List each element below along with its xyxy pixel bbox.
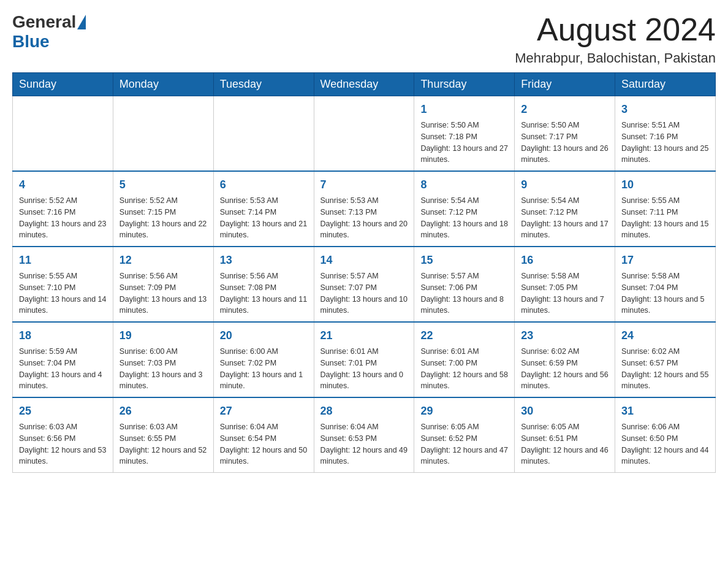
day-number: 21 <box>320 327 408 344</box>
day-info: Sunrise: 6:04 AMSunset: 6:53 PMDaylight:… <box>320 421 408 467</box>
weekday-header-tuesday: Tuesday <box>213 73 314 96</box>
day-info: Sunrise: 6:03 AMSunset: 6:56 PMDaylight:… <box>19 421 107 467</box>
day-info: Sunrise: 6:06 AMSunset: 6:50 PMDaylight:… <box>621 421 709 467</box>
month-title: August 2024 <box>515 12 716 47</box>
weekday-header-saturday: Saturday <box>615 73 716 96</box>
calendar-cell-4-3: 20Sunrise: 6:00 AMSunset: 7:02 PMDayligh… <box>213 322 314 397</box>
logo-triangle-icon <box>77 15 86 29</box>
day-info: Sunrise: 6:04 AMSunset: 6:54 PMDaylight:… <box>220 421 308 467</box>
calendar-cell-2-4: 7Sunrise: 5:53 AMSunset: 7:13 PMDaylight… <box>314 171 414 247</box>
calendar-week-row-4: 18Sunrise: 5:59 AMSunset: 7:04 PMDayligh… <box>13 322 716 397</box>
day-number: 17 <box>621 252 709 269</box>
day-info: Sunrise: 6:00 AMSunset: 7:02 PMDaylight:… <box>220 346 308 392</box>
calendar-week-row-3: 11Sunrise: 5:55 AMSunset: 7:10 PMDayligh… <box>13 247 716 322</box>
logo-blue-text: Blue <box>12 32 50 51</box>
day-info: Sunrise: 5:51 AMSunset: 7:16 PMDaylight:… <box>621 120 709 166</box>
calendar-cell-2-5: 8Sunrise: 5:54 AMSunset: 7:12 PMDaylight… <box>414 171 515 247</box>
day-info: Sunrise: 5:56 AMSunset: 7:09 PMDaylight:… <box>119 270 207 316</box>
day-number: 20 <box>220 327 308 344</box>
day-info: Sunrise: 5:57 AMSunset: 7:07 PMDaylight:… <box>320 270 408 316</box>
calendar-week-row-1: 1Sunrise: 5:50 AMSunset: 7:18 PMDaylight… <box>13 96 716 172</box>
day-number: 28 <box>320 403 408 419</box>
day-info: Sunrise: 5:54 AMSunset: 7:12 PMDaylight:… <box>420 195 508 241</box>
day-number: 10 <box>621 177 709 193</box>
calendar-cell-3-3: 13Sunrise: 5:56 AMSunset: 7:08 PMDayligh… <box>213 247 314 322</box>
calendar-cell-3-1: 11Sunrise: 5:55 AMSunset: 7:10 PMDayligh… <box>13 247 113 322</box>
day-info: Sunrise: 6:03 AMSunset: 6:55 PMDaylight:… <box>119 421 207 467</box>
logo: General <box>12 12 87 32</box>
day-info: Sunrise: 5:57 AMSunset: 7:06 PMDaylight:… <box>420 270 508 316</box>
day-info: Sunrise: 5:59 AMSunset: 7:04 PMDaylight:… <box>19 346 107 392</box>
day-info: Sunrise: 6:02 AMSunset: 6:57 PMDaylight:… <box>621 346 709 392</box>
calendar-cell-4-4: 21Sunrise: 6:01 AMSunset: 7:01 PMDayligh… <box>314 322 414 397</box>
calendar-week-row-5: 25Sunrise: 6:03 AMSunset: 6:56 PMDayligh… <box>13 397 716 473</box>
calendar-cell-1-2 <box>113 96 213 172</box>
calendar-cell-3-2: 12Sunrise: 5:56 AMSunset: 7:09 PMDayligh… <box>113 247 213 322</box>
day-number: 18 <box>19 327 107 344</box>
calendar-cell-4-6: 23Sunrise: 6:02 AMSunset: 6:59 PMDayligh… <box>515 322 615 397</box>
day-info: Sunrise: 5:55 AMSunset: 7:10 PMDaylight:… <box>19 270 107 316</box>
weekday-header-sunday: Sunday <box>13 73 113 96</box>
day-number: 3 <box>621 101 709 118</box>
day-number: 14 <box>320 252 408 269</box>
day-number: 2 <box>521 101 609 118</box>
calendar-cell-5-6: 30Sunrise: 6:05 AMSunset: 6:51 PMDayligh… <box>515 397 615 473</box>
calendar-cell-3-5: 15Sunrise: 5:57 AMSunset: 7:06 PMDayligh… <box>414 247 515 322</box>
day-info: Sunrise: 5:50 AMSunset: 7:17 PMDaylight:… <box>521 120 609 166</box>
day-number: 5 <box>119 177 207 193</box>
calendar-cell-4-2: 19Sunrise: 6:00 AMSunset: 7:03 PMDayligh… <box>113 322 213 397</box>
day-info: Sunrise: 5:53 AMSunset: 7:14 PMDaylight:… <box>220 195 308 241</box>
calendar-cell-5-4: 28Sunrise: 6:04 AMSunset: 6:53 PMDayligh… <box>314 397 414 473</box>
weekday-header-wednesday: Wednesday <box>314 73 414 96</box>
calendar-cell-1-4 <box>314 96 414 172</box>
calendar-cell-1-7: 3Sunrise: 5:51 AMSunset: 7:16 PMDaylight… <box>615 96 716 172</box>
day-number: 16 <box>521 252 609 269</box>
day-number: 26 <box>119 403 207 419</box>
day-info: Sunrise: 5:52 AMSunset: 7:15 PMDaylight:… <box>119 195 207 241</box>
calendar-cell-2-3: 6Sunrise: 5:53 AMSunset: 7:14 PMDaylight… <box>213 171 314 247</box>
calendar-cell-1-1 <box>13 96 113 172</box>
day-number: 6 <box>220 177 308 193</box>
calendar-cell-2-2: 5Sunrise: 5:52 AMSunset: 7:15 PMDaylight… <box>113 171 213 247</box>
location-subtitle: Mehrabpur, Balochistan, Pakistan <box>515 50 716 66</box>
calendar-cell-5-3: 27Sunrise: 6:04 AMSunset: 6:54 PMDayligh… <box>213 397 314 473</box>
day-info: Sunrise: 6:05 AMSunset: 6:52 PMDaylight:… <box>420 421 508 467</box>
calendar-cell-3-4: 14Sunrise: 5:57 AMSunset: 7:07 PMDayligh… <box>314 247 414 322</box>
day-number: 9 <box>521 177 609 193</box>
calendar-cell-1-6: 2Sunrise: 5:50 AMSunset: 7:17 PMDaylight… <box>515 96 615 172</box>
day-info: Sunrise: 6:02 AMSunset: 6:59 PMDaylight:… <box>521 346 609 392</box>
day-info: Sunrise: 5:55 AMSunset: 7:11 PMDaylight:… <box>621 195 709 241</box>
day-info: Sunrise: 5:56 AMSunset: 7:08 PMDaylight:… <box>220 270 308 316</box>
calendar-cell-1-3 <box>213 96 314 172</box>
day-info: Sunrise: 6:05 AMSunset: 6:51 PMDaylight:… <box>521 421 609 467</box>
day-number: 24 <box>621 327 709 344</box>
calendar-table: SundayMondayTuesdayWednesdayThursdayFrid… <box>12 72 716 473</box>
day-info: Sunrise: 5:52 AMSunset: 7:16 PMDaylight:… <box>19 195 107 241</box>
day-info: Sunrise: 6:00 AMSunset: 7:03 PMDaylight:… <box>119 346 207 392</box>
day-info: Sunrise: 6:01 AMSunset: 7:01 PMDaylight:… <box>320 346 408 392</box>
calendar-cell-2-7: 10Sunrise: 5:55 AMSunset: 7:11 PMDayligh… <box>615 171 716 247</box>
calendar-cell-5-1: 25Sunrise: 6:03 AMSunset: 6:56 PMDayligh… <box>13 397 113 473</box>
day-number: 1 <box>420 101 508 118</box>
day-number: 15 <box>420 252 508 269</box>
day-info: Sunrise: 5:58 AMSunset: 7:04 PMDaylight:… <box>621 270 709 316</box>
day-info: Sunrise: 5:54 AMSunset: 7:12 PMDaylight:… <box>521 195 609 241</box>
page-header: General Blue August 2024 Mehrabpur, Balo… <box>12 12 716 66</box>
day-number: 7 <box>320 177 408 193</box>
calendar-week-row-2: 4Sunrise: 5:52 AMSunset: 7:16 PMDaylight… <box>13 171 716 247</box>
calendar-cell-5-5: 29Sunrise: 6:05 AMSunset: 6:52 PMDayligh… <box>414 397 515 473</box>
calendar-cell-4-7: 24Sunrise: 6:02 AMSunset: 6:57 PMDayligh… <box>615 322 716 397</box>
calendar-cell-2-1: 4Sunrise: 5:52 AMSunset: 7:16 PMDaylight… <box>13 171 113 247</box>
calendar-cell-2-6: 9Sunrise: 5:54 AMSunset: 7:12 PMDaylight… <box>515 171 615 247</box>
day-info: Sunrise: 5:58 AMSunset: 7:05 PMDaylight:… <box>521 270 609 316</box>
weekday-header-friday: Friday <box>515 73 615 96</box>
day-number: 13 <box>220 252 308 269</box>
day-info: Sunrise: 5:53 AMSunset: 7:13 PMDaylight:… <box>320 195 408 241</box>
day-number: 4 <box>19 177 107 193</box>
day-number: 19 <box>119 327 207 344</box>
calendar-cell-4-5: 22Sunrise: 6:01 AMSunset: 7:00 PMDayligh… <box>414 322 515 397</box>
calendar-cell-3-6: 16Sunrise: 5:58 AMSunset: 7:05 PMDayligh… <box>515 247 615 322</box>
weekday-header-thursday: Thursday <box>414 73 515 96</box>
title-area: August 2024 Mehrabpur, Balochistan, Paki… <box>515 12 716 66</box>
day-info: Sunrise: 5:50 AMSunset: 7:18 PMDaylight:… <box>420 120 508 166</box>
